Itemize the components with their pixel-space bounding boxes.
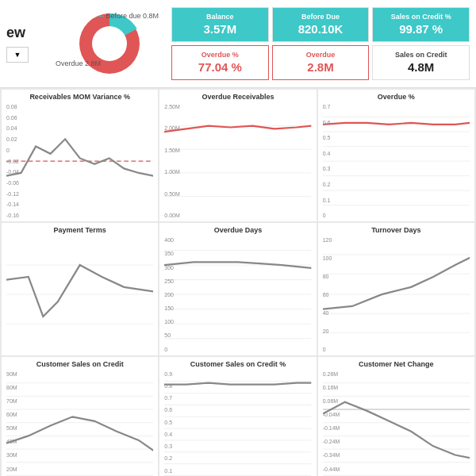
chart-customer-sales-pct: Customer Sales on Credit % 0.90.80.70.60…	[159, 357, 316, 477]
y-axis-overdue-pct: 0.70.60.50.40.30.20.10	[323, 102, 331, 220]
y-axis-cust-sales: 90M80M70M60M50M40M30M20M10M	[6, 370, 17, 477]
chart-customer-sales-credit: Customer Sales on Credit 90M80M70M60M50M…	[2, 357, 158, 477]
chart-turnover-days-title: Turnover Days	[323, 226, 470, 234]
chart-overdue-receivables-body: 2.50M2.00M1.50M1.00M0.50M0.00M	[164, 102, 311, 220]
kpi-sales-credit-value: 4.8M	[408, 60, 434, 75]
page-title: ew	[6, 25, 54, 42]
chart-payment-terms: Payment Terms	[2, 223, 158, 355]
kpi-overdue-value: 2.8M	[307, 60, 333, 75]
chart-overdue-days-title: Overdue Days	[164, 226, 311, 234]
chart-overdue-receivables: Overdue Receivables 2.50M2.00M1.50M1.00M…	[159, 90, 316, 221]
pie-chart	[66, 4, 153, 83]
line-chart-overdue-pct	[323, 102, 470, 220]
chart-overdue-pct: Overdue % 0.70.60.50.40.30.20.10	[318, 90, 474, 221]
chart-customer-net-change-title: Customer Net Change	[323, 360, 470, 368]
y-axis-mom: 0.080.060.040.02 0-0.02-0.04-0.06 -0.12-…	[6, 102, 19, 220]
kpi-grid: Balance 3.57M Before Due 820.10K Sales o…	[165, 4, 470, 83]
chart-customer-net-change: Customer Net Change 0.26M0.16M0.06M-0.04…	[318, 357, 474, 477]
kpi-sales-credit-pct-label: Sales on Credit %	[391, 13, 451, 21]
chevron-down-icon: ▼	[14, 51, 21, 59]
kpi-sales-credit-label: Sales on Credit	[395, 51, 447, 60]
line-chart-cust-pct	[164, 370, 311, 477]
chart-receivables-mom-title: Receivables MOM Variance %	[6, 93, 153, 101]
chart-customer-net-change-body: 0.26M0.16M0.06M-0.04M-0.14M-0.24M-0.34M-…	[323, 370, 470, 477]
kpi-before-due-label: Before Due	[301, 13, 340, 21]
chart-row-3: Customer Sales on Credit 90M80M70M60M50M…	[2, 357, 474, 477]
y-axis-overdue-recv: 2.50M2.00M1.50M1.00M0.50M0.00M	[164, 102, 179, 220]
line-chart-overdue-days	[164, 236, 311, 353]
chart-payment-terms-body	[6, 236, 153, 353]
chart-payment-terms-title: Payment Terms	[6, 226, 153, 234]
kpi-balance-value: 3.57M	[203, 21, 236, 37]
kpi-overdue-pct: Overdue % 77.04 %	[171, 45, 269, 80]
y-axis-payment	[6, 236, 8, 353]
title-area: ew ▼	[6, 4, 54, 83]
chart-turnover-days: Turnover Days 120100806040200	[318, 223, 474, 355]
kpi-sales-credit: Sales on Credit 4.8M	[372, 45, 470, 80]
line-chart-overdue-recv	[164, 102, 311, 220]
chart-receivables-mom: Receivables MOM Variance % 0.080.060.040…	[2, 90, 158, 221]
chart-customer-sales-credit-body: 90M80M70M60M50M40M30M20M10M	[6, 370, 153, 477]
chart-overdue-days-body: 400350300250200150100500	[164, 236, 311, 353]
kpi-before-due: Before Due 820.10K	[272, 7, 370, 42]
svg-point-1	[92, 26, 127, 61]
y-axis-net-change: 0.26M0.16M0.06M-0.04M-0.14M-0.24M-0.34M-…	[323, 370, 340, 477]
chart-receivables-mom-body: 0.080.060.040.02 0-0.02-0.04-0.06 -0.12-…	[6, 102, 153, 220]
chart-customer-sales-pct-title: Customer Sales on Credit %	[164, 360, 311, 368]
line-chart-payment	[6, 236, 153, 353]
dashboard: ew ▼ — Before due 0.8M	[0, 0, 476, 476]
line-chart-turnover	[323, 236, 470, 353]
dropdown-button[interactable]: ▼	[6, 47, 29, 63]
kpi-overdue-label: Overdue	[306, 51, 336, 60]
line-chart-cust-sales	[6, 370, 153, 477]
kpi-overdue-pct-value: 77.04 %	[198, 60, 242, 75]
chart-overdue-pct-body: 0.70.60.50.40.30.20.10	[323, 102, 470, 220]
chart-row-2: Payment Terms Overdue Days	[2, 223, 474, 355]
chart-turnover-days-body: 120100806040200	[323, 236, 470, 353]
kpi-sales-credit-pct-value: 99.87 %	[399, 21, 443, 37]
chart-row-1: Receivables MOM Variance % 0.080.060.040…	[2, 90, 474, 221]
chart-overdue-days: Overdue Days 400350300250200150100500	[159, 223, 316, 355]
top-section: ew ▼ — Before due 0.8M	[0, 0, 476, 88]
kpi-overdue: Overdue 2.8M	[272, 45, 370, 80]
line-chart-mom	[6, 102, 153, 220]
kpi-sales-credit-pct: Sales on Credit % 99.87 %	[372, 7, 470, 42]
y-axis-cust-pct: 0.90.80.70.60.50.40.30.20.10	[164, 370, 172, 477]
kpi-overdue-pct-label: Overdue %	[202, 51, 239, 60]
y-axis-overdue-days: 400350300250200150100500	[164, 236, 174, 353]
chart-overdue-pct-title: Overdue %	[323, 93, 470, 101]
charts-section: Receivables MOM Variance % 0.080.060.040…	[0, 88, 476, 476]
kpi-balance-label: Balance	[206, 13, 234, 21]
line-chart-net-change	[323, 370, 470, 477]
chart-customer-sales-credit-title: Customer Sales on Credit	[6, 360, 153, 368]
pie-chart-area: — Before due 0.8M Overdue 2.8M	[54, 4, 165, 83]
chart-overdue-receivables-title: Overdue Receivables	[164, 93, 311, 101]
y-axis-turnover: 120100806040200	[323, 236, 332, 353]
chart-customer-sales-pct-body: 0.90.80.70.60.50.40.30.20.10	[164, 370, 311, 477]
kpi-balance: Balance 3.57M	[171, 7, 269, 42]
kpi-before-due-value: 820.10K	[298, 21, 344, 37]
